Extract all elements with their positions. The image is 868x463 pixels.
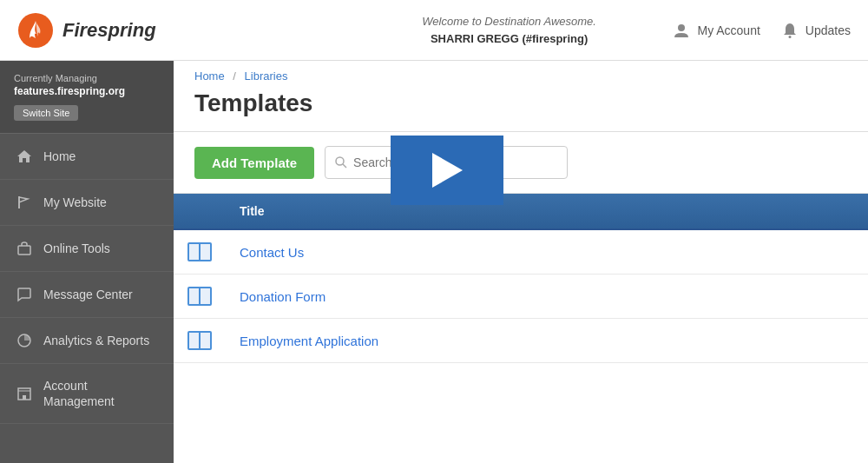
sidebar-item-website-label: My Website — [43, 195, 107, 210]
main-layout: Currently Managing features.firespring.o… — [0, 61, 868, 463]
template-layout-icon — [187, 331, 212, 350]
sidebar-item-messages-label: Message Center — [43, 287, 133, 302]
page-title-area: Templates — [174, 86, 868, 132]
briefcase-icon — [16, 240, 33, 257]
sidebar-item-analytics[interactable]: Analytics & Reports — [0, 318, 174, 364]
page-title: Templates — [194, 89, 847, 117]
svg-point-2 — [788, 36, 791, 38]
template-layout-icon — [187, 287, 212, 306]
svg-rect-4 — [18, 246, 30, 255]
sidebar-managing-label: Currently Managing — [14, 73, 160, 83]
sidebar-item-my-website[interactable]: My Website — [0, 180, 174, 226]
templates-table: Title Contact Us — [174, 194, 868, 463]
user-icon — [673, 22, 690, 39]
template-title-cell: Donation Form — [226, 277, 868, 316]
svg-point-9 — [336, 157, 344, 165]
logo-area: Firespring — [17, 12, 345, 49]
sidebar-item-tools-label: Online Tools — [43, 241, 110, 256]
template-title-cell: Contact Us — [226, 233, 868, 272]
table-row[interactable]: Contact Us — [174, 230, 868, 274]
table-header: Title — [174, 194, 868, 230]
play-button-icon — [432, 153, 463, 188]
header: Firespring Welcome to Destination Awesom… — [0, 0, 868, 61]
logo-text: Firespring — [62, 19, 156, 42]
switch-site-button[interactable]: Switch Site — [14, 105, 78, 121]
chart-icon — [16, 332, 33, 349]
sidebar-nav: Home My Website Online Tools Message Cen… — [0, 134, 174, 463]
table-header-title-col: Title — [226, 194, 868, 228]
sidebar-item-home[interactable]: Home — [0, 134, 174, 180]
template-icon-cell — [174, 230, 226, 274]
sidebar-item-account-label: Account Management — [43, 378, 158, 409]
bell-icon — [781, 22, 799, 39]
template-layout-icon — [187, 242, 212, 261]
firespring-logo-icon — [17, 12, 54, 49]
breadcrumb-separator: / — [233, 69, 236, 83]
breadcrumb: Home / Libraries — [174, 61, 868, 86]
sidebar-site-name: features.firespring.org — [14, 85, 160, 97]
sidebar-item-message-center[interactable]: Message Center — [0, 272, 174, 318]
table-row[interactable]: Donation Form — [174, 274, 868, 319]
table-header-icon-col — [174, 194, 226, 228]
user-line: SHARRI GREGG (#firespring) — [345, 30, 674, 48]
updates-label: Updates — [806, 23, 851, 37]
my-account-label: My Account — [697, 23, 760, 37]
table-row[interactable]: Employment Application — [174, 319, 868, 363]
header-center: Welcome to Destination Awesome. SHARRI G… — [345, 13, 674, 47]
svg-rect-8 — [23, 395, 26, 400]
breadcrumb-home[interactable]: Home — [194, 69, 225, 83]
sidebar-header: Currently Managing features.firespring.o… — [0, 61, 174, 134]
welcome-line: Welcome to Destination Awesome. — [345, 13, 674, 30]
template-title-cell: Employment Application — [226, 321, 868, 360]
sidebar-item-account[interactable]: Account Management — [0, 364, 174, 424]
search-icon — [334, 155, 348, 169]
main-content: Home / Libraries Templates Add Template — [174, 61, 868, 463]
video-overlay[interactable] — [391, 136, 503, 205]
breadcrumb-libraries[interactable]: Libraries — [245, 69, 288, 83]
sidebar-item-home-label: Home — [43, 149, 76, 164]
building-icon — [16, 385, 33, 402]
updates-nav[interactable]: Updates — [781, 22, 851, 39]
toolbar: Add Template — [174, 132, 868, 194]
sidebar: Currently Managing features.firespring.o… — [0, 61, 174, 463]
svg-line-10 — [343, 164, 346, 168]
svg-point-0 — [18, 13, 53, 48]
my-account-nav[interactable]: My Account — [673, 22, 760, 39]
home-icon — [16, 148, 33, 165]
header-right: My Account Updates — [673, 22, 851, 39]
chat-icon — [16, 286, 33, 303]
template-icon-cell — [174, 274, 226, 318]
svg-point-1 — [678, 24, 685, 31]
add-template-button[interactable]: Add Template — [194, 147, 314, 179]
sidebar-item-analytics-label: Analytics & Reports — [43, 333, 149, 348]
flag-icon — [16, 194, 33, 211]
template-icon-cell — [174, 319, 226, 362]
sidebar-item-online-tools[interactable]: Online Tools — [0, 226, 174, 272]
